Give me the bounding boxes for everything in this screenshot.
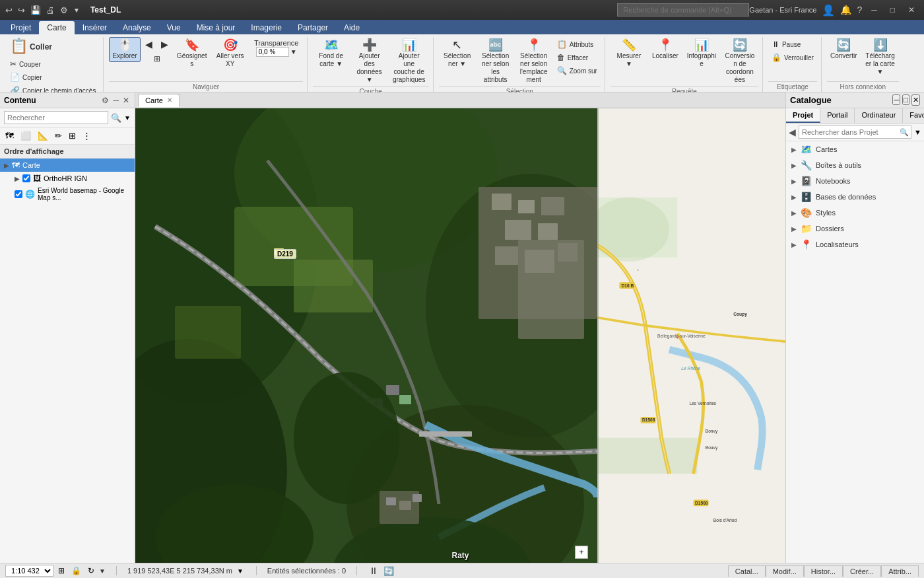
panel-left-settings[interactable]: ⚙ [100,96,110,105]
cat-item-dossiers[interactable]: ▶ 📁 Dossiers [786,221,924,236]
map-viewport[interactable]: D219 D219 [135,108,785,563]
cat-search-dropdown[interactable]: ▼ [914,128,921,136]
mesurer-button[interactable]: 📏 Mesurer ▼ [610,37,647,70]
zoom-in-btn[interactable]: + [575,546,588,559]
scale-dropdown[interactable]: ▼ [99,567,106,575]
panel-right-maximize[interactable]: □ [902,94,909,105]
command-search[interactable] [617,3,749,17]
transparence-button[interactable]: Transparence ▼ [250,37,303,59]
couper-button[interactable]: ✂ Couper [7,58,99,70]
street-map[interactable]: D16 B D1508 D1508 Coupy Bellegarde-sur-V… [597,108,785,563]
rotate-btn[interactable]: ↻ [86,566,96,575]
conversion-coords-button[interactable]: 🔄 Conversion de coordonnées [721,37,758,86]
infographie-button[interactable]: 📊 Infographie [683,37,720,70]
telecharger-carte-button[interactable]: ⬇️ Télécharger la carte ▼ [862,37,899,78]
expand-icon-orthohr[interactable]: ▶ [15,175,20,182]
tab-projet[interactable]: Projet [3,21,39,34]
transparence-input[interactable] [256,47,289,57]
dropdown-icon[interactable]: ▼ [73,7,80,14]
scale-select[interactable]: 1:10 432 [5,565,53,577]
print-icon[interactable]: 🖨 [46,5,55,15]
status-tab-histor[interactable]: Histor... [804,565,843,577]
tab-carte[interactable]: Carte [39,21,74,34]
cat-nav-back[interactable]: ◀ [789,127,796,137]
tab-inserer[interactable]: Insérer [75,21,115,34]
checkbox-esri-basemap[interactable] [15,190,22,198]
expand-icon-carte[interactable]: ▶ [4,162,9,169]
cat-item-notebooks[interactable]: ▶ 📓 Notebooks [786,173,924,189]
tool-btn-1[interactable]: 🗺 [3,129,16,142]
nav-prev-button[interactable]: ◀ [142,37,156,52]
fixed-scale-btn[interactable]: 🔒 [69,566,83,575]
status-tab-catal[interactable]: Catal... [728,565,766,577]
tab-analyse[interactable]: Analyse [115,21,159,34]
fond-carte-button[interactable]: 🗺️ Fond de carte ▼ [313,37,350,70]
catalogue-search-input[interactable] [799,126,898,138]
map-tab-carte[interactable]: Carte ✕ [138,94,180,107]
panel-right-close[interactable]: ✕ [911,94,920,106]
cat-item-cartes[interactable]: ▶ 🗺️ Cartes [786,141,924,157]
checkbox-orthohr[interactable] [22,174,30,182]
layer-item-orthohr[interactable]: ▶ 🖼 OrthoHR IGN [0,172,135,185]
attributs-button[interactable]: 📋 Attributs [554,38,601,50]
ajouter-donnees-button[interactable]: ➕ Ajouter des données ▼ [351,37,388,86]
tab-partager[interactable]: Partager [290,21,336,34]
effacer-button[interactable]: 🗑 Effacer [554,52,601,63]
panel-left-close[interactable]: ✕ [121,96,131,105]
panel-left-minimize[interactable]: ─ [112,96,120,105]
zoom-sur-button[interactable]: 🔍 Zoom sur [554,65,601,77]
notification-icon[interactable]: 🔔 [840,5,851,15]
redo-icon[interactable]: ↪ [18,5,25,15]
tool-btn-4[interactable]: ✏ [52,129,65,142]
settings-icon[interactable]: ⚙ [60,5,68,15]
tool-btn-5[interactable]: ⊞ [66,129,79,142]
cat-item-boites-outils[interactable]: ▶ 🔧 Boîtes à outils [786,157,924,173]
panel-search-button[interactable]: 🔍 [111,113,121,123]
save-icon[interactable]: 💾 [30,5,41,15]
cat-tab-favoris[interactable]: Favoris [903,108,924,123]
cat-tab-ordinateur[interactable]: Ordinateur [855,108,903,123]
panel-search-dropdown[interactable]: ▼ [124,114,131,122]
coller-button[interactable]: 📋 Coller [7,37,46,57]
aller-vers-xy-button[interactable]: 🎯 Aller vers XY [212,37,249,70]
tool-btn-3[interactable]: 📐 [35,129,51,142]
tab-aide[interactable]: Aide [336,21,368,34]
close-button[interactable]: ✕ [904,5,919,15]
cat-tab-portail[interactable]: Portail [820,108,855,123]
catalogue-search-button[interactable]: 🔍 [898,128,911,137]
panel-search-input[interactable] [4,111,108,124]
verrouiller-button[interactable]: 🔒 Verrouiller [768,52,817,63]
sel-emplacement-button[interactable]: 📍 Sélectionner selon l'emplacement [515,37,552,86]
maximize-button[interactable]: □ [886,5,899,15]
cat-tab-projet[interactable]: Projet [786,108,820,123]
pause-button[interactable]: ⏸ Pause [768,38,817,50]
layer-item-esri-basemap[interactable]: 🌐 Esri World basemap - Google Map s... [0,185,135,203]
selectionner-button[interactable]: ↖ Sélectionner ▼ [439,37,476,70]
tool-btn-more[interactable]: ⋮ [80,129,94,142]
geodesignets-button[interactable]: 🔖 Géosignets [174,37,211,70]
cat-item-localisateurs[interactable]: ▶ 📍 Localisateurs [786,236,924,252]
tab-imagerie[interactable]: Imagerie [243,21,290,34]
tab-mise-a-jour[interactable]: Mise à jour [189,21,244,34]
status-tab-modif[interactable]: Modif... [766,565,804,577]
minimize-button[interactable]: ─ [867,5,881,15]
satellite-map[interactable]: D219 D219 [135,108,597,563]
localiser-button[interactable]: 📍 Localiser [649,37,682,62]
coords-dropdown[interactable]: ▼ [235,567,246,575]
convertir-button[interactable]: 🔄 Convertir [827,37,861,62]
tool-btn-2[interactable]: ⬜ [18,129,34,142]
layer-item-carte[interactable]: ▶ 🗺 Carte [0,159,135,172]
help-icon[interactable]: ? [857,5,862,15]
cat-item-styles[interactable]: ▶ 🎨 Styles [786,205,924,221]
sel-attributs-button[interactable]: 🔤 Sélectionner selon les attributs [477,37,514,86]
nav-arrows[interactable]: ⊞ [143,53,172,65]
panel-right-minimize[interactable]: ─ [892,94,900,105]
nav-next-button[interactable]: ▶ [158,37,172,52]
status-refresh-btn[interactable]: 🔄 [382,566,395,576]
explorer-button[interactable]: 🖱️ Explorer [109,37,140,62]
undo-icon[interactable]: ↩ [5,5,13,15]
extent-btn[interactable]: ⊞ [56,566,67,575]
tab-vue[interactable]: Vue [159,21,189,34]
status-tab-attrib[interactable]: Attrib... [881,565,919,577]
copier-button[interactable]: 📄 Copier [7,71,99,83]
